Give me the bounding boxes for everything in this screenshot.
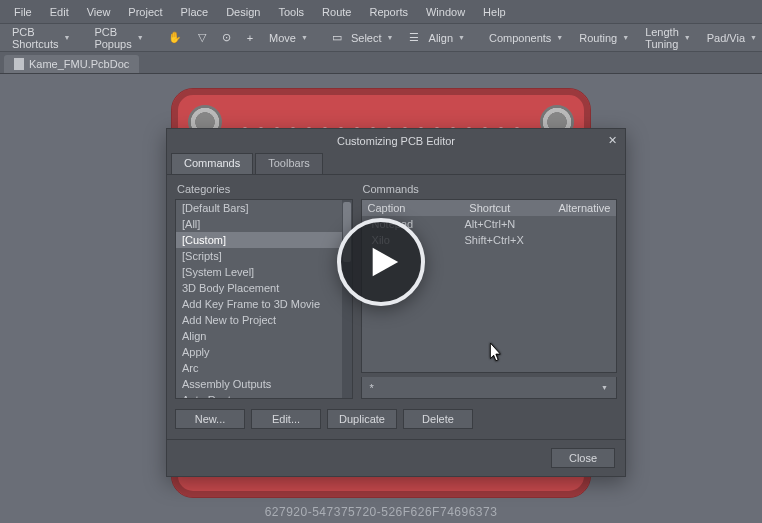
category-item[interactable]: 3D Body Placement [176, 280, 352, 296]
category-item[interactable]: [Scripts] [176, 248, 352, 264]
chevron-down-icon: ▼ [601, 384, 608, 391]
close-button[interactable]: Close [551, 448, 615, 468]
command-shortcut: Alt+Ctrl+N [465, 218, 550, 230]
commands-heading: Commands [361, 183, 617, 195]
category-item[interactable]: Auto Route [176, 392, 352, 398]
new-button[interactable]: New... [175, 409, 245, 429]
categories-listbox[interactable]: [Default Bars][All][Custom][Scripts][Sys… [175, 199, 353, 399]
tab-commands[interactable]: Commands [171, 153, 253, 174]
play-icon [367, 245, 401, 279]
category-item[interactable]: Apply [176, 344, 352, 360]
col-alternative: Alternative [552, 200, 616, 216]
category-item[interactable]: Align [176, 328, 352, 344]
edit-button[interactable]: Edit... [251, 409, 321, 429]
filter-row[interactable]: * ▼ [361, 377, 617, 399]
category-item[interactable]: [Custom] [176, 232, 352, 248]
categories-column: Categories [Default Bars][All][Custom][S… [175, 183, 353, 399]
command-alt [549, 234, 610, 246]
col-caption: Caption [362, 200, 464, 216]
dialog-footer: Close [167, 439, 625, 476]
category-item[interactable]: Add Key Frame to 3D Movie [176, 296, 352, 312]
category-item[interactable]: [All] [176, 216, 352, 232]
category-item[interactable]: Add New to Project [176, 312, 352, 328]
delete-button[interactable]: Delete [403, 409, 473, 429]
command-alt [549, 218, 610, 230]
category-item[interactable]: Arc [176, 360, 352, 376]
commands-header: Caption Shortcut Alternative [361, 199, 617, 216]
dialog-tabs: Commands Toolbars [167, 153, 625, 175]
tab-toolbars[interactable]: Toolbars [255, 153, 323, 174]
col-shortcut: Shortcut [463, 200, 552, 216]
video-play-button[interactable] [337, 218, 425, 306]
close-icon[interactable]: ✕ [605, 133, 619, 147]
category-item[interactable]: [System Level] [176, 264, 352, 280]
command-shortcut: Shift+Ctrl+X [465, 234, 550, 246]
filter-text: * [370, 382, 374, 394]
category-item[interactable]: [Default Bars] [176, 200, 352, 216]
category-item[interactable]: Assembly Outputs [176, 376, 352, 392]
duplicate-button[interactable]: Duplicate [327, 409, 397, 429]
dialog-button-row: New... Edit... Duplicate Delete [167, 407, 625, 439]
categories-heading: Categories [175, 183, 353, 195]
dialog-title-bar[interactable]: Customizing PCB Editor ✕ [167, 129, 625, 153]
dialog-title: Customizing PCB Editor [337, 135, 455, 147]
